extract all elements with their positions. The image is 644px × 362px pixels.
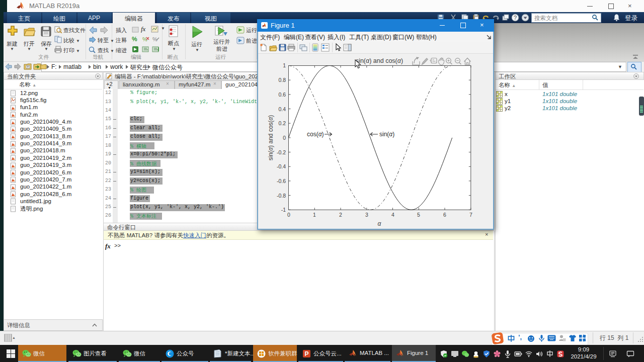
svg-text:P: P	[304, 350, 308, 357]
svg-text:?: ?	[514, 15, 517, 21]
svg-text:%: %	[152, 36, 157, 42]
